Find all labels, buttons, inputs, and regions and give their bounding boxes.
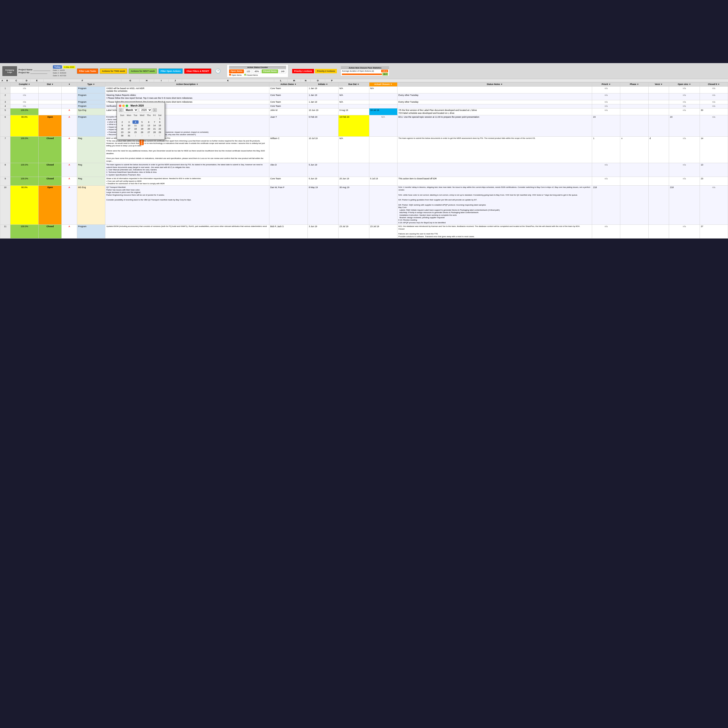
cal-day-today[interactable]: 4: [133, 120, 139, 124]
calendar-month-select[interactable]: March: [124, 108, 138, 112]
row11-closed: 37: [700, 225, 728, 239]
row10-notes: 5/14: 2 months' delay in blooms, shippin…: [397, 186, 592, 225]
row8-priority: A: [62, 163, 77, 177]
cal-week-6: 30 31 1 2 3 4 5: [119, 134, 162, 138]
priority1-button[interactable]: Priority 1 Actions: [292, 69, 314, 73]
row6-closed: n/a: [700, 115, 728, 137]
cal-day[interactable]: 2: [139, 134, 145, 138]
cal-day[interactable]: 20: [145, 127, 152, 130]
cal-th-mon: Mon: [125, 113, 133, 117]
calendar-year-select[interactable]: 2020: [139, 108, 152, 112]
cal-week-1: 1: [119, 117, 162, 120]
cal-day[interactable]: 18: [133, 127, 139, 130]
row4-open-since: n/a: [669, 104, 700, 109]
cal-close-dot[interactable]: [119, 105, 121, 107]
legend-open-dot: [229, 74, 231, 76]
cal-minimize-dot[interactable]: [122, 105, 125, 107]
row10-phase: [620, 186, 648, 225]
filter-late-button[interactable]: Filter Late Tasks: [77, 69, 98, 74]
cal-day[interactable]: 2: [119, 120, 125, 124]
cal-day[interactable]: 5: [157, 134, 162, 138]
row9-priority: A: [62, 177, 77, 186]
cal-day[interactable]: 23: [119, 130, 125, 134]
cal-day[interactable]: 1: [133, 134, 139, 138]
col-header-F: F: [44, 80, 121, 82]
cal-day[interactable]: 26: [139, 130, 145, 134]
cal-day[interactable]: 8: [157, 120, 162, 124]
row7-owner: William C: [269, 137, 307, 163]
cal-day[interactable]: 24: [125, 130, 133, 134]
cal-th-sun: Sun: [119, 113, 125, 117]
cal-day[interactable]: 29: [157, 130, 162, 134]
cal-day[interactable]: 25: [133, 130, 139, 134]
col-header-G: G: [121, 80, 139, 82]
col-header-B: B: [5, 80, 10, 82]
cal-day[interactable]: [139, 117, 145, 120]
row3-initiator: 1 Jan 19: [308, 100, 338, 104]
cal-day[interactable]: 6: [145, 120, 152, 124]
cal-day[interactable]: 1: [157, 117, 162, 120]
cal-week-2: 2 3 4 5 6 7 8: [119, 120, 162, 124]
cal-day[interactable]: 3: [125, 120, 133, 124]
cal-day[interactable]: 9: [119, 124, 125, 127]
cal-day[interactable]: 27: [145, 130, 152, 134]
row-num-5: 5: [0, 108, 11, 115]
cal-day[interactable]: 13: [145, 124, 152, 127]
cal-day[interactable]: [125, 117, 133, 120]
actions-next-week-button[interactable]: Actions for NEXT week: [128, 69, 157, 74]
table-row: 5 100.0% A Sys Eng Label Schedule John M…: [0, 108, 728, 115]
cal-day[interactable]: 12: [139, 124, 145, 127]
cal-next-button[interactable]: ›: [153, 108, 156, 112]
cal-th-wed: Wed: [139, 113, 145, 117]
row6-version: [648, 115, 669, 137]
cal-day[interactable]: [133, 117, 139, 120]
row11-actual: 23 Jul 19: [369, 225, 397, 239]
clear-reset-button[interactable]: Clear Filters & RESET: [184, 69, 211, 74]
table-row: 11 100.0% Closed A Program Updated BOM (…: [0, 225, 728, 239]
cal-week-3: 9 10 11 12 13 14 15: [119, 124, 162, 127]
actions-this-week-button[interactable]: Actions for THIS week: [100, 69, 127, 74]
cal-day[interactable]: 17: [125, 127, 133, 130]
row5-phase: [620, 108, 648, 115]
cal-day[interactable]: [119, 117, 125, 120]
cal-day[interactable]: 28: [152, 130, 157, 134]
cal-day[interactable]: 10: [125, 124, 133, 127]
th-priority2: Priorit ▼: [592, 83, 620, 87]
cal-day[interactable]: 5: [139, 120, 145, 124]
row10-action: Q2 Transport Manifold:Parker has issues …: [105, 186, 269, 225]
cal-day[interactable]: 16: [119, 127, 125, 130]
cal-day[interactable]: [145, 117, 152, 120]
cal-day[interactable]: 30: [119, 134, 125, 138]
grid-wrapper: Complet ▼ Stat ▼ ▼ Type ▼ Action Descrip…: [0, 82, 728, 239]
row10-closed: n/a: [700, 186, 728, 225]
cal-maximize-dot[interactable]: [126, 105, 128, 107]
row1-initiator: 1 Jan 19: [308, 86, 338, 93]
row4-closed: n/a: [700, 104, 728, 109]
row10-priority2: 218: [592, 186, 620, 225]
row11-notes: 8/11: the database was introduced by Kam…: [397, 225, 592, 239]
table-row: 2 n/a Program Steering Status Reports sl…: [0, 93, 728, 100]
cal-day[interactable]: 31: [125, 134, 133, 138]
cal-day[interactable]: 11: [133, 124, 139, 127]
row10-actual: [369, 186, 397, 225]
cal-day[interactable]: 7: [152, 120, 157, 124]
filter-open-button[interactable]: Filter Open Actions: [159, 69, 183, 74]
cal-day[interactable]: 22: [157, 127, 162, 130]
cal-day[interactable]: 21: [152, 127, 157, 130]
cal-day[interactable]: 3: [145, 134, 152, 138]
row11-open-since: n/a: [669, 225, 700, 239]
row9-closed: 23: [700, 177, 728, 186]
cal-day[interactable]: 4: [152, 134, 157, 138]
cal-day[interactable]: [152, 117, 157, 120]
row11-phase: [620, 225, 648, 239]
row3-priority: [62, 100, 77, 104]
cal-prev-button[interactable]: ‹: [119, 108, 122, 112]
row8-notes: [397, 163, 592, 177]
row-num-9: 9: [0, 177, 11, 186]
cal-day[interactable]: 15: [157, 124, 162, 127]
project-name-label: Project Name: [18, 69, 32, 71]
cal-day[interactable]: 19: [139, 127, 145, 130]
row6-open-since: 23: [669, 115, 700, 137]
cal-day[interactable]: 14: [152, 124, 157, 127]
priority2-button[interactable]: Priority 2 Actions: [315, 69, 337, 73]
